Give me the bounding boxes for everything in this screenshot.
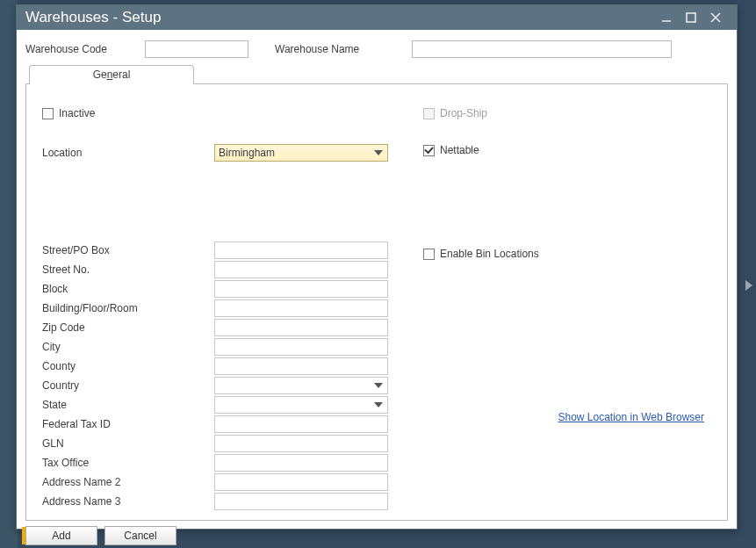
- client-area: Warehouse Code Warehouse Name General In…: [17, 30, 737, 548]
- footer-buttons: Add Cancel: [25, 521, 728, 545]
- warehouse-name-input[interactable]: [412, 40, 672, 58]
- background-strip: [0, 0, 18, 548]
- street-label: Street/PO Box: [42, 244, 214, 256]
- tab-general[interactable]: General: [29, 65, 194, 84]
- country-combobox[interactable]: [214, 377, 388, 394]
- block-label: Block: [42, 283, 214, 295]
- country-label: Country: [42, 379, 214, 392]
- state-label: State: [42, 399, 214, 411]
- general-panel: Inactive Location Birmingham Street/PO B…: [25, 83, 728, 521]
- chevron-down-icon: [373, 148, 384, 158]
- city-label: City: [42, 341, 214, 353]
- close-button[interactable]: [703, 5, 728, 30]
- addr2-input[interactable]: [214, 473, 388, 491]
- show-location-link[interactable]: Show Location in Web Browser: [558, 411, 704, 423]
- titlebar: Warehouses - Setup: [17, 5, 737, 30]
- addr3-label: Address Name 3: [42, 495, 214, 508]
- gln-label: GLN: [42, 437, 214, 450]
- chevron-down-icon: [373, 380, 384, 391]
- warehouse-name-label: Warehouse Name: [275, 43, 370, 55]
- city-input[interactable]: [214, 338, 388, 356]
- zip-input[interactable]: [214, 319, 388, 336]
- gln-input[interactable]: [214, 435, 388, 452]
- taxoffice-input[interactable]: [214, 454, 388, 472]
- fedtax-label: Federal Tax ID: [42, 418, 214, 430]
- tabstrip: General: [29, 65, 728, 84]
- dropship-checkbox: Drop-Ship: [423, 107, 711, 119]
- window-title: Warehouses - Setup: [25, 9, 654, 26]
- minimize-button[interactable]: [654, 5, 679, 30]
- enable-bin-checkbox[interactable]: Enable Bin Locations: [423, 248, 711, 260]
- bfr-input[interactable]: [214, 299, 388, 317]
- addr2-label: Address Name 2: [42, 476, 214, 488]
- cancel-button[interactable]: Cancel: [104, 526, 176, 545]
- streetno-label: Street No.: [42, 263, 214, 276]
- add-button[interactable]: Add: [25, 526, 97, 545]
- checkbox-icon: [423, 249, 435, 260]
- chevron-down-icon: [373, 400, 384, 410]
- addr3-input[interactable]: [214, 493, 388, 510]
- county-label: County: [42, 360, 214, 372]
- warehouses-setup-window: Warehouses - Setup Warehouse Code Wareho…: [16, 4, 738, 530]
- svg-rect-1: [687, 13, 695, 22]
- block-input[interactable]: [214, 280, 388, 298]
- streetno-input[interactable]: [214, 261, 388, 278]
- checkbox-icon: [42, 108, 54, 119]
- warehouse-code-input[interactable]: [145, 40, 248, 58]
- bfr-label: Building/Floor/Room: [42, 302, 214, 314]
- fedtax-input[interactable]: [214, 415, 388, 433]
- street-input[interactable]: [214, 242, 388, 259]
- header-row: Warehouse Code Warehouse Name: [25, 35, 728, 65]
- address-grid: Street/PO Box Street No. Block Building/…: [42, 241, 393, 510]
- warehouse-code-label: Warehouse Code: [25, 43, 140, 55]
- maximize-button[interactable]: [679, 5, 703, 30]
- state-combobox[interactable]: [214, 396, 388, 414]
- zip-label: Zip Code: [42, 321, 214, 334]
- location-label: Location: [42, 147, 214, 159]
- nettable-checkbox[interactable]: Nettable: [423, 144, 711, 156]
- checkbox-icon: [423, 145, 435, 156]
- county-input[interactable]: [214, 357, 388, 375]
- side-expand-arrow[interactable]: [741, 277, 756, 294]
- location-value: Birmingham: [219, 147, 373, 159]
- checkbox-icon: [423, 108, 435, 119]
- inactive-checkbox[interactable]: Inactive: [42, 107, 393, 119]
- location-combobox[interactable]: Birmingham: [214, 144, 388, 162]
- taxoffice-label: Tax Office: [42, 457, 214, 469]
